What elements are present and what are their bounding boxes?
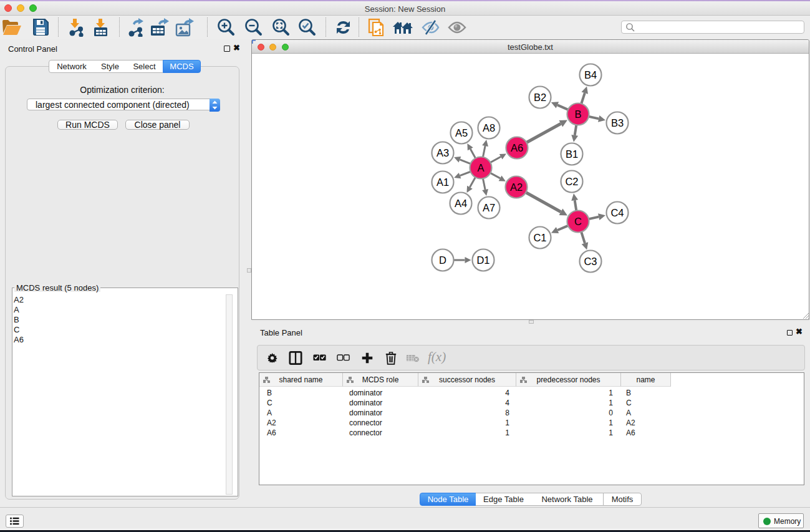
svg-text:C3: C3 <box>584 256 597 267</box>
svg-text:B2: B2 <box>534 92 546 103</box>
svg-text:A8: A8 <box>483 122 495 133</box>
svg-text:C1: C1 <box>533 232 546 243</box>
svg-text:C2: C2 <box>565 176 578 187</box>
svg-text:B4: B4 <box>584 69 597 80</box>
svg-text:C: C <box>574 216 582 227</box>
svg-text:A1: A1 <box>436 177 449 188</box>
svg-text:B3: B3 <box>611 117 624 128</box>
svg-text:A2: A2 <box>510 181 523 193</box>
svg-text:A4: A4 <box>455 198 467 209</box>
svg-text:A: A <box>477 162 484 173</box>
svg-text:A5: A5 <box>455 127 468 138</box>
svg-text:B: B <box>574 109 581 120</box>
svg-text:A6: A6 <box>511 142 523 153</box>
svg-text:A3: A3 <box>436 147 449 158</box>
svg-text:A7: A7 <box>483 202 495 213</box>
svg-text:B1: B1 <box>566 148 578 160</box>
svg-text:D: D <box>439 254 446 266</box>
svg-text:D1: D1 <box>476 254 489 266</box>
svg-text:C4: C4 <box>610 207 624 218</box>
